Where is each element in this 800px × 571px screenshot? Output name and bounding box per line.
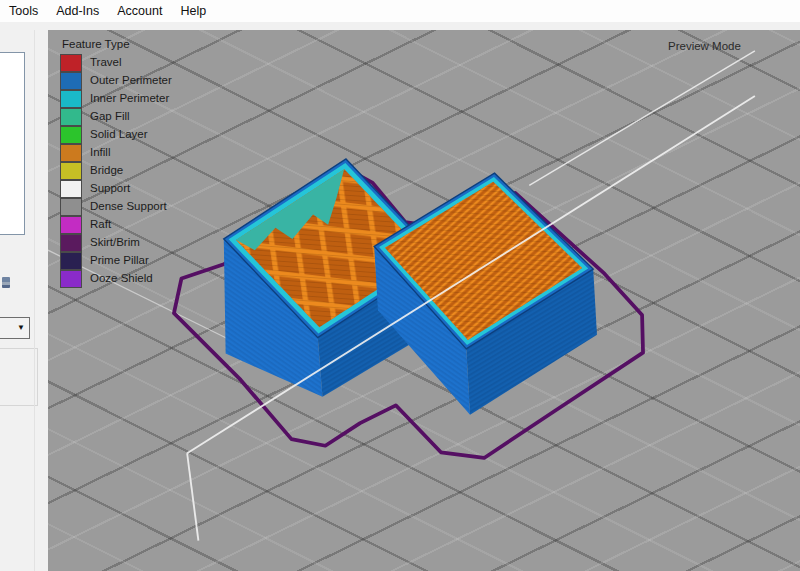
- legend-item-label: Raft: [90, 218, 111, 230]
- legend-item-label: Support: [90, 182, 130, 194]
- legend-item: Dense Support: [60, 197, 172, 215]
- legend-title: Feature Type: [62, 38, 172, 50]
- menu-item[interactable]: Account: [108, 0, 171, 22]
- legend-item-label: Bridge: [90, 164, 123, 176]
- legend-item-label: Ooze Shield: [90, 272, 153, 284]
- settings-groupbox: [0, 348, 38, 406]
- legend-item: Infill: [60, 143, 172, 161]
- panel-divider: [34, 30, 35, 571]
- simplify3d-window: ToolsAdd-InsAccountHelp ▼ Feature Type T…: [0, 0, 800, 571]
- legend-items: Travel Outer Perimeter Inner Perimeter G…: [60, 53, 172, 287]
- menu-item[interactable]: Add-Ins: [47, 0, 108, 22]
- legend-color-swatch: [60, 90, 82, 108]
- legend-item: Bridge: [60, 161, 172, 179]
- legend-color-swatch: [60, 180, 82, 198]
- legend-item: Travel: [60, 53, 172, 71]
- legend-item: Prime Pillar: [60, 251, 172, 269]
- legend-item: Skirt/Brim: [60, 233, 172, 251]
- legend-color-swatch: [60, 72, 82, 90]
- menu-item[interactable]: Help: [171, 0, 215, 22]
- legend-item: Inner Perimeter: [60, 89, 172, 107]
- legend-item: Solid Layer: [60, 125, 172, 143]
- legend-color-swatch: [60, 54, 82, 72]
- legend-item-label: Outer Perimeter: [90, 74, 172, 86]
- legend-item-label: Skirt/Brim: [90, 236, 140, 248]
- legend-color-swatch: [60, 216, 82, 234]
- legend-item-label: Travel: [90, 56, 122, 68]
- profile-dropdown[interactable]: ▼: [0, 317, 30, 339]
- model-right-cube: [374, 173, 597, 415]
- legend-item-label: Inner Perimeter: [90, 92, 169, 104]
- chevron-down-icon: ▼: [17, 324, 25, 332]
- legend-color-swatch: [60, 198, 82, 216]
- legend-color-swatch: [60, 252, 82, 270]
- legend-item: Raft: [60, 215, 172, 233]
- legend-item: Outer Perimeter: [60, 71, 172, 89]
- legend-item-label: Prime Pillar: [90, 254, 149, 266]
- process-mini-icon: [2, 277, 10, 288]
- feature-type-legend: Feature Type Travel Outer Perimeter Inne…: [60, 38, 172, 287]
- legend-color-swatch: [60, 108, 82, 126]
- legend-color-swatch: [60, 234, 82, 252]
- menu-bar: ToolsAdd-InsAccountHelp: [0, 0, 800, 23]
- 3d-viewport[interactable]: Feature Type Travel Outer Perimeter Inne…: [48, 30, 800, 571]
- legend-item: Support: [60, 179, 172, 197]
- legend-item-label: Gap Fill: [90, 110, 130, 122]
- legend-color-swatch: [60, 270, 82, 288]
- legend-item-label: Solid Layer: [90, 128, 148, 140]
- legend-color-swatch: [60, 144, 82, 162]
- legend-color-swatch: [60, 162, 82, 180]
- preview-mode-label: Preview Mode: [668, 40, 741, 52]
- legend-item-label: Dense Support: [90, 200, 167, 212]
- models-listbox[interactable]: [0, 52, 25, 235]
- legend-item: Ooze Shield: [60, 269, 172, 287]
- legend-item: Gap Fill: [60, 107, 172, 125]
- toolbar-strip: [0, 22, 800, 30]
- legend-color-swatch: [60, 126, 82, 144]
- menu-item[interactable]: Tools: [0, 0, 47, 22]
- legend-item-label: Infill: [90, 146, 110, 158]
- left-panel: ▼: [0, 30, 48, 571]
